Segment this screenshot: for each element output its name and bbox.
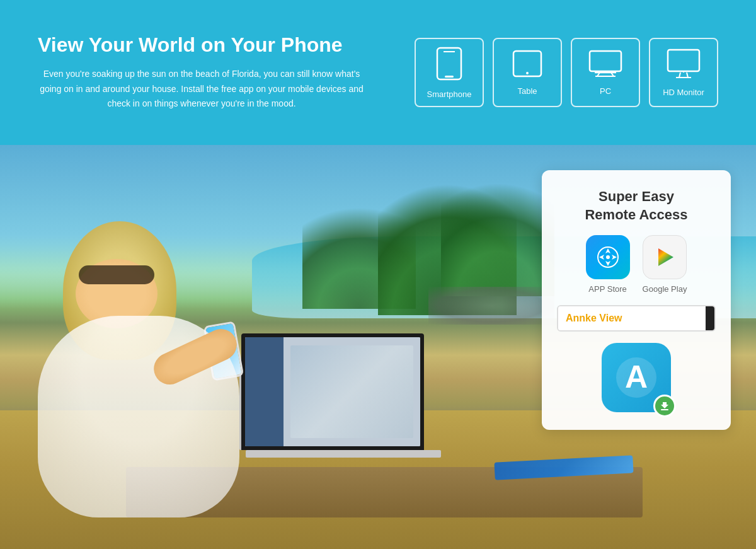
tablet-icon xyxy=(512,50,542,81)
google-play-icon xyxy=(643,235,687,279)
device-pc[interactable]: PC xyxy=(571,38,640,107)
laptop-screen-outer xyxy=(241,333,424,450)
rocks xyxy=(428,287,554,325)
app-store-label: APP Store xyxy=(588,284,626,294)
remote-access-card: Super Easy Remote Access APP Store xyxy=(542,170,731,430)
page-title: View Your World on Your Phone xyxy=(38,33,415,57)
app-store-item[interactable]: APP Store xyxy=(586,235,630,294)
header-section: View Your World on Your Phone Even you'r… xyxy=(0,0,756,145)
laptop-screen-inner xyxy=(245,337,420,446)
tablet-label: Table xyxy=(517,86,537,96)
search-input[interactable] xyxy=(558,306,706,330)
svg-text:A: A xyxy=(625,359,648,395)
pc-icon xyxy=(588,50,622,81)
svg-line-11 xyxy=(679,72,680,78)
main-section: Super Easy Remote Access APP Store xyxy=(0,145,756,549)
svg-rect-10 xyxy=(668,50,699,71)
svg-marker-17 xyxy=(658,248,673,266)
app-store-icon xyxy=(586,235,630,279)
search-button[interactable] xyxy=(706,306,716,330)
hdmonitor-icon xyxy=(667,49,701,83)
svg-point-4 xyxy=(526,72,529,74)
store-buttons-row: APP Store xyxy=(557,235,716,294)
smartphone-icon xyxy=(436,47,462,84)
laptop-video-feed xyxy=(290,345,413,438)
card-title: Super Easy Remote Access xyxy=(585,188,687,224)
laptop-camera-list xyxy=(245,337,284,446)
svg-point-18 xyxy=(715,314,716,320)
svg-rect-1 xyxy=(445,76,454,78)
app-download-icon[interactable]: A xyxy=(602,343,671,412)
woman-sunglasses xyxy=(79,265,154,284)
download-badge xyxy=(653,395,676,417)
pc-label: PC xyxy=(600,86,611,96)
laptop-base xyxy=(246,450,441,458)
annke-app-logo: A xyxy=(611,352,662,403)
device-tablet[interactable]: Table xyxy=(493,38,562,107)
tree-right-sm xyxy=(441,164,554,296)
hdmonitor-label: HD Monitor xyxy=(663,88,704,97)
google-play-item[interactable]: Google Play xyxy=(643,235,687,294)
svg-rect-5 xyxy=(590,51,621,71)
device-smartphone[interactable]: Smartphone xyxy=(415,38,484,107)
smartphone-label: Smartphone xyxy=(427,90,472,99)
google-play-label: Google Play xyxy=(643,284,687,294)
svg-line-12 xyxy=(687,72,688,78)
svg-rect-0 xyxy=(437,48,461,79)
device-hdmonitor[interactable]: HD Monitor xyxy=(649,38,718,107)
svg-point-16 xyxy=(606,255,610,259)
device-icons: Smartphone Table xyxy=(415,38,718,107)
header-left: View Your World on Your Phone Even you'r… xyxy=(38,33,415,112)
svg-rect-22 xyxy=(661,409,668,410)
search-row xyxy=(557,305,716,332)
header-description: Even you're soaking up the sun on the be… xyxy=(38,67,365,112)
laptop-main-view xyxy=(284,337,420,446)
